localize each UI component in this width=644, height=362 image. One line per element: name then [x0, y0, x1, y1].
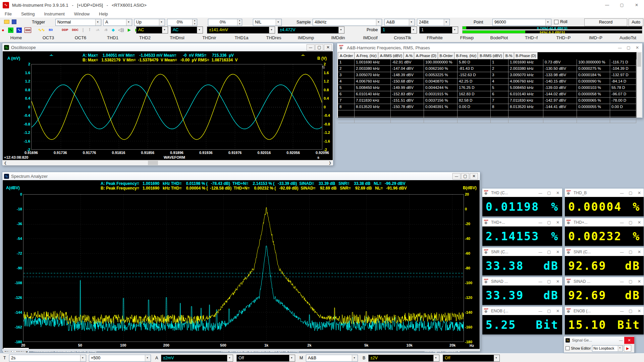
chevron-down-icon[interactable] [409, 19, 415, 25]
panel-tab[interactable]: FRwhite [419, 34, 451, 42]
maximize-button[interactable] [545, 189, 553, 197]
minimize-button[interactable] [618, 337, 624, 344]
trigger-delay-spinner[interactable]: 0%▲▼ [208, 19, 242, 26]
panel-tab[interactable]: AudioTst [612, 34, 644, 42]
multiplier-select[interactable]: ×500 [89, 355, 151, 362]
probe-b-select[interactable]: 1 [419, 27, 458, 34]
panel-tab[interactable]: THDres [258, 34, 290, 42]
range-a-select[interactable]: ±141.4mV [207, 27, 275, 34]
panel-tab[interactable]: OCT6 [64, 34, 97, 42]
b-function-select[interactable]: Off [443, 355, 500, 362]
restore-button[interactable] [461, 173, 469, 179]
chevron-down-icon[interactable] [545, 19, 551, 25]
maximize-button[interactable] [545, 219, 553, 226]
math-mode-select[interactable]: A&B [306, 355, 358, 362]
spectrum-plot[interactable] [23, 194, 464, 342]
meter-titlebar[interactable]: THD+... [565, 218, 644, 226]
chevron-down-icon[interactable] [80, 355, 86, 361]
column-header[interactable]: A-Freq. (Hz) [355, 52, 378, 59]
app-close-button[interactable]: ✕ [629, 0, 644, 10]
panel-tab[interactable]: IMDccif [354, 34, 386, 42]
column-header[interactable]: B-% [504, 52, 514, 59]
menu-item[interactable]: Window [69, 10, 94, 18]
spinner-arrows[interactable]: ▲▼ [237, 19, 242, 25]
generator-play-button[interactable]: ▶ [624, 345, 631, 352]
close-button[interactable] [553, 307, 562, 315]
speaker-icon[interactable]: ◁)) [118, 28, 124, 33]
chevron-down-icon[interactable] [159, 19, 165, 25]
loopback-select[interactable]: No Loopback [592, 345, 623, 352]
run-stop-icon[interactable]: ● [1, 28, 5, 33]
harmonics-titlebar[interactable]: A&B-Harmonic Frequencies, RMS, Phases [337, 43, 642, 52]
coupling-b-select[interactable]: AC [171, 27, 203, 34]
minimize-button[interactable] [536, 248, 545, 256]
meter-titlebar[interactable]: THD_B [565, 189, 644, 197]
signal-generator-titlebar[interactable]: ∿ Signal Ge... ✕ [564, 337, 634, 344]
oscilloscope-canvas[interactable] [32, 64, 322, 149]
column-header[interactable]: A-RMS (dBV) [378, 52, 404, 59]
record-button[interactable]: Record [584, 18, 627, 26]
column-header[interactable]: A-% [404, 52, 414, 59]
minimize-button[interactable] [615, 44, 624, 51]
minimize-button[interactable] [307, 44, 315, 51]
maximize-button[interactable] [545, 278, 553, 285]
chevron-down-icon[interactable] [494, 355, 499, 361]
panel-tab[interactable]: BodePlot [483, 34, 515, 42]
close-button[interactable] [553, 219, 562, 226]
meter-titlebar[interactable]: ENOB (... [482, 307, 562, 315]
bit-viewer-icon[interactable]: Bit [48, 28, 54, 33]
close-button[interactable] [470, 173, 478, 179]
trigger-source-select[interactable]: A [103, 19, 132, 26]
maximize-button[interactable] [626, 248, 635, 256]
panel-tab[interactable]: IMDdin [322, 34, 354, 42]
channels-select[interactable]: A&B [384, 19, 415, 26]
close-button[interactable] [635, 278, 644, 285]
chevron-down-icon[interactable] [269, 27, 275, 33]
oscilloscope-icon[interactable]: ∿ [8, 28, 13, 33]
minimize-button[interactable] [536, 219, 545, 226]
table-row[interactable]: 88.013520 kHz-150.78 dBV0.0040391 %0.00 … [338, 104, 636, 110]
table-row[interactable]: 11.001690 kHz-62.91 dBV100.0000000 %5.80… [338, 59, 636, 66]
import-a-icon[interactable]: ↓A [95, 28, 100, 33]
show-editor-checkbox[interactable] [566, 346, 570, 350]
panel-tab[interactable]: FRswp [451, 34, 483, 42]
signal-generator-icon[interactable]: ∿∿ [38, 28, 45, 33]
maximize-button[interactable] [626, 189, 635, 197]
points-select[interactable]: 96000 [492, 19, 551, 26]
meter-titlebar[interactable]: SINAD ... [482, 277, 562, 286]
minimize-button[interactable] [618, 278, 626, 285]
table-row[interactable]: 22.003380 kHz-147.04 dBV0.0062160 %-81.4… [338, 66, 636, 72]
minimize-button[interactable] [536, 278, 545, 285]
multimeter-icon[interactable]: 000 [24, 28, 31, 33]
minimize-button[interactable] [536, 189, 545, 197]
probe-a-select[interactable]: 1 [381, 27, 417, 34]
panel-tab[interactable]: THDnir [193, 34, 225, 42]
import-b-icon[interactable]: ↓B [103, 28, 108, 33]
maximize-button[interactable] [545, 248, 553, 256]
marker-icon[interactable]: ◆ [111, 28, 115, 33]
menu-item[interactable]: Help [94, 10, 113, 18]
close-button[interactable] [635, 189, 644, 197]
table-row[interactable]: 44.006760 kHz-150.68 dBV0.0040870 %42.25… [338, 79, 636, 85]
column-header[interactable]: B-Order [438, 52, 454, 59]
menu-item[interactable]: Setting [16, 10, 39, 18]
chevron-down-icon[interactable] [197, 27, 203, 33]
close-button[interactable] [635, 248, 644, 256]
minimize-button[interactable] [452, 173, 461, 179]
panel-tab[interactable]: THD~f [515, 34, 547, 42]
column-header[interactable]: A-Phase (D) [414, 52, 438, 59]
chevron-down-icon[interactable] [444, 19, 449, 25]
panel-tab[interactable]: CrossTlk [386, 34, 419, 42]
app-minimize-button[interactable]: — [600, 0, 614, 10]
meter-titlebar[interactable]: SINAD ... [565, 277, 644, 286]
spinner-arrows[interactable]: ▲▼ [192, 19, 197, 25]
coupling-a-select[interactable]: AC [136, 27, 168, 34]
save-button[interactable] [12, 19, 16, 24]
chevron-down-icon[interactable] [411, 27, 417, 33]
meter-titlebar[interactable]: ENOB (... [565, 307, 644, 315]
table-row[interactable]: 66.010140 kHz-152.83 dBV0.0031915 %162.8… [338, 91, 636, 98]
b-range-select[interactable]: ±2V [368, 355, 439, 362]
trigger-edge-select[interactable]: Up [134, 19, 165, 26]
meter-titlebar[interactable]: SNR (C... [565, 248, 644, 256]
panel-tab[interactable]: THD1a [225, 34, 258, 42]
